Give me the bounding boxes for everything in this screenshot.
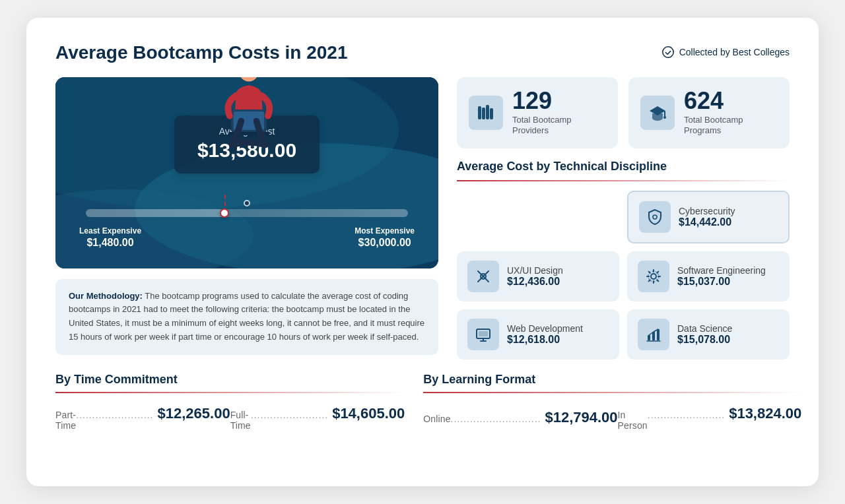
svg-rect-15: [664, 111, 665, 117]
main-card: Average Bootcamp Costs in 2021 Collected…: [26, 18, 819, 486]
discipline-info-uxui: UX/UI Design $12,436.00: [507, 265, 563, 288]
stat-card-programs: 624 Total Bootcamp Programs: [628, 77, 790, 149]
online-value: $12,794.00: [545, 409, 617, 426]
providers-number: 129: [512, 89, 606, 113]
discipline-card-cybersecurity: Cybersecurity $14,442.00: [627, 191, 790, 243]
stats-row: 129 Total Bootcamp Providers: [457, 77, 790, 149]
providers-label: Total Bootcamp Providers: [512, 115, 606, 137]
discipline-card-software-eng: Software Engineering $15,037.00: [627, 251, 790, 301]
online-label: Online: [423, 414, 450, 424]
stat-card-providers: 129 Total Bootcamp Providers: [457, 77, 618, 149]
bottom-section: By Time Commitment Part-Time ...........…: [55, 373, 790, 431]
discipline-info-data-science: Data Science $15,078.00: [677, 323, 732, 346]
header: Average Bootcamp Costs in 2021 Collected…: [55, 42, 790, 64]
page-title: Average Bootcamp Costs in 2021: [55, 42, 347, 64]
svg-rect-26: [479, 331, 488, 336]
learning-format-divider: [423, 392, 801, 393]
slider-track: [86, 209, 408, 217]
part-time-value: $12,265.00: [158, 405, 230, 422]
learning-format-stats: Online ............................ $12,…: [423, 405, 801, 431]
svg-point-0: [663, 47, 673, 57]
discipline-card-uxui: UX/UI Design $12,436.00: [457, 251, 619, 301]
discipline-card-data-science: Data Science $15,078.00: [627, 309, 790, 360]
part-time-dots: ........................: [76, 410, 153, 420]
time-commitment-stats: Part-Time ........................ $12,2…: [55, 405, 405, 431]
monitor-icon: [467, 319, 499, 350]
svg-point-21: [651, 274, 656, 279]
time-commitment-title: By Time Commitment: [55, 373, 405, 387]
svg-point-16: [663, 116, 666, 119]
left-column: Average Cost $13,580.00: [55, 77, 438, 355]
svg-rect-29: [657, 329, 659, 340]
verified-icon: [661, 46, 675, 59]
stat-info-providers: 129 Total Bootcamp Providers: [512, 89, 606, 137]
design-icon: [467, 261, 499, 292]
learning-format-section: By Learning Format Online ..............…: [423, 373, 801, 431]
discipline-info-cybersecurity: Cybersecurity $14,442.00: [679, 206, 735, 228]
svg-rect-27: [648, 335, 650, 340]
slider-area: Least Expensive $1,480.00 Most Expensive…: [79, 200, 415, 255]
programs-label: Total Bootcamp Programs: [684, 115, 778, 137]
svg-rect-12: [482, 108, 485, 119]
programs-number: 624: [684, 89, 778, 113]
part-time-label: Part-Time: [55, 410, 76, 431]
in-person-value: $13,824.00: [729, 405, 801, 422]
discipline-info-software-eng: Software Engineering $15,037.00: [677, 265, 766, 288]
in-person-stat: In Person ........................ $13,8…: [618, 405, 802, 431]
books-icon: [469, 96, 503, 130]
graduation-icon: [640, 96, 675, 130]
svg-point-5: [238, 77, 259, 82]
part-time-stat: Part-Time ........................ $12,2…: [55, 405, 230, 431]
slider-fill: [86, 209, 224, 217]
slider-dot: [244, 200, 250, 206]
methodology-box: Our Methodology: The bootcamp programs u…: [55, 279, 438, 355]
hero-card: Average Cost $13,580.00: [55, 77, 438, 268]
time-commitment-divider: [55, 392, 405, 393]
person-figure: [211, 77, 283, 151]
gear-icon: [638, 261, 669, 292]
slider-track-wrapper: [86, 209, 408, 217]
full-time-label: Full-Time: [230, 410, 251, 431]
range-labels: Least Expensive $1,480.00 Most Expensive…: [79, 226, 415, 249]
chart-icon: [638, 319, 669, 350]
in-person-dots: ........................: [648, 410, 725, 420]
svg-rect-11: [478, 106, 481, 119]
full-time-stat: Full-Time ........................ $14,6…: [230, 405, 405, 431]
discipline-grid: Cybersecurity $14,442.00: [457, 191, 790, 360]
slider-thumb[interactable]: [220, 208, 229, 218]
discipline-section: Average Cost by Technical Discipline: [457, 159, 790, 359]
collected-by: Collected by Best Colleges: [661, 46, 790, 59]
full-time-dots: ........................: [251, 410, 328, 420]
in-person-label: In Person: [618, 410, 648, 431]
svg-rect-14: [490, 108, 493, 119]
svg-rect-13: [486, 105, 489, 119]
least-expensive: Least Expensive $1,480.00: [79, 226, 141, 249]
time-commitment-section: By Time Commitment Part-Time ...........…: [55, 373, 405, 431]
stat-info-programs: 624 Total Bootcamp Programs: [684, 89, 778, 137]
learning-format-title: By Learning Format: [423, 373, 801, 387]
most-expensive: Most Expensive $30,000.00: [355, 226, 415, 249]
full-time-value: $14,605.00: [332, 405, 405, 422]
shield-icon: [639, 201, 671, 233]
online-stat: Online ............................ $12,…: [423, 409, 617, 426]
methodology-label: Our Methodology:: [69, 291, 143, 301]
svg-point-17: [653, 215, 657, 219]
discipline-info-webdev: Web Development $12,618.00: [507, 323, 583, 346]
discipline-divider: [457, 180, 790, 181]
online-dots: ............................: [451, 414, 541, 424]
discipline-header: Average Cost by Technical Discipline: [457, 159, 790, 174]
svg-rect-28: [652, 332, 655, 340]
discipline-card-webdev: Web Development $12,618.00: [457, 309, 619, 360]
main-layout: Average Cost $13,580.00: [55, 77, 790, 360]
right-column: 129 Total Bootcamp Providers: [457, 77, 790, 360]
collected-by-label: Collected by Best Colleges: [679, 47, 790, 57]
